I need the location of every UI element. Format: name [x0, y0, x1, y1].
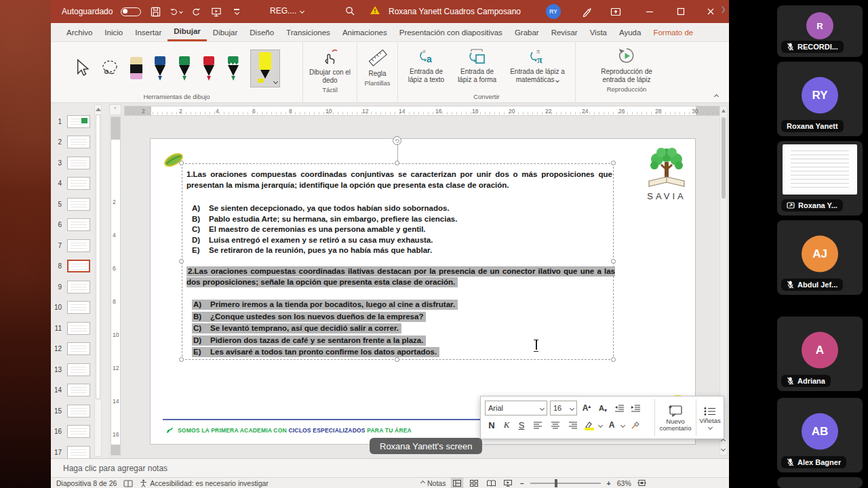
view-slide-sorter-icon[interactable]	[469, 479, 479, 487]
tab-dibujar[interactable]: Dibujar	[207, 23, 243, 41]
slide-thumbnail-row[interactable]: 9	[51, 278, 93, 296]
user-avatar[interactable]: RY	[546, 4, 561, 19]
slide-thumbnail[interactable]	[67, 322, 90, 335]
user-name[interactable]: Roxana Yanett Cuadros Camposano	[389, 7, 521, 16]
slide-thumbnail-row[interactable]: 15	[51, 402, 93, 420]
tab-grabar[interactable]: Grabar	[509, 23, 545, 41]
format-painter-icon[interactable]	[629, 418, 642, 432]
align-center-icon[interactable]	[549, 418, 562, 432]
slide-thumbnail-row[interactable]: 8	[51, 258, 93, 275]
zoom-out-icon[interactable]: −	[519, 479, 524, 487]
ink-replay-button[interactable]: Reproducción de entrada de lápiz	[591, 47, 662, 84]
selection-handle[interactable]	[611, 161, 616, 165]
fit-to-window-icon[interactable]	[637, 479, 646, 487]
maximize-icon[interactable]	[675, 5, 687, 18]
scrollbar-thumb[interactable]	[722, 117, 726, 199]
slide-thumbnail[interactable]	[67, 425, 90, 438]
slide-thumbnail[interactable]	[67, 384, 90, 396]
next-slide-icon[interactable]	[721, 447, 726, 451]
notes-pane[interactable]: Haga clic para agregar notas	[51, 458, 729, 477]
slide-thumbnail[interactable]	[67, 136, 90, 148]
slideshow-icon[interactable]	[210, 5, 222, 18]
ink-to-shape-button[interactable]: Entrada de lápiz a forma	[455, 47, 500, 84]
answer-option[interactable]: D)Luisa entregó el examen y se retiró a …	[192, 236, 433, 244]
zoom-slider-thumb[interactable]	[555, 479, 557, 487]
redo-icon[interactable]	[190, 5, 202, 18]
notes-placeholder[interactable]: Haga clic para agregar notas	[51, 459, 729, 473]
shrink-font-icon[interactable]: A▾	[596, 401, 610, 415]
slide-thumbnail-row[interactable]: 3	[51, 154, 93, 171]
slide-thumbnail-row[interactable]: 17	[51, 443, 93, 458]
slide-thumbnail[interactable]	[67, 239, 90, 252]
underline-button[interactable]: S	[516, 420, 527, 430]
slide-thumbnail-row[interactable]: 1	[51, 113, 93, 130]
answer-option[interactable]: A)Primero iremos a la tienda por bocadit…	[192, 300, 458, 308]
close-icon[interactable]	[705, 5, 717, 18]
selection-handle[interactable]	[179, 357, 184, 362]
answer-option[interactable]: D)Pidieron dos tazas de café y se sentar…	[192, 336, 426, 344]
italic-button[interactable]: K	[501, 420, 512, 430]
slide-thumbnail[interactable]	[67, 446, 90, 459]
rotate-handle[interactable]	[393, 136, 401, 145]
display-settings-icon[interactable]	[123, 480, 133, 487]
participant-tile[interactable]: Roxana Y...	[777, 141, 863, 216]
ink-to-math-button[interactable]: ππ Entrada de lápiz a matemáticas	[507, 47, 569, 84]
ink-pen-icon[interactable]	[580, 5, 593, 18]
slide-thumbnail-row[interactable]: 11	[51, 319, 93, 337]
pen-red-icon[interactable]	[201, 56, 216, 81]
eraser-icon[interactable]	[130, 57, 143, 79]
participant-tile[interactable]: AAdriana	[777, 317, 863, 391]
autosave-toggle[interactable]	[121, 7, 141, 16]
answer-option[interactable]: B)¿Conque ustedes son los nuevos dueños …	[192, 312, 426, 321]
ruler-corner-icon[interactable]: ⌜	[109, 104, 121, 115]
document-title[interactable]: REG....	[270, 6, 304, 16]
font-color-chevron-icon[interactable]	[620, 422, 625, 427]
tab-ayuda[interactable]: Ayuda	[613, 23, 647, 41]
slide-thumbnail[interactable]	[67, 198, 90, 211]
view-normal-icon[interactable]	[452, 479, 462, 487]
participant-tile[interactable]: ABAlex Bagner	[777, 398, 863, 472]
highlighter-icon[interactable]	[250, 49, 280, 87]
answer-option[interactable]: B)Pablo estudia Arte; su hermana, sin em…	[192, 215, 457, 223]
slide-thumbnail-row[interactable]: 13	[51, 361, 93, 378]
font-size-select[interactable]: 16	[550, 401, 577, 415]
zoom-percentage[interactable]: 63%	[617, 479, 631, 487]
lasso-select-icon[interactable]	[100, 58, 120, 79]
text-highlight-icon[interactable]	[584, 421, 595, 429]
pencil-green-icon[interactable]	[226, 56, 241, 81]
slide-thumbnail[interactable]	[67, 260, 90, 272]
tab-animaciones[interactable]: Animaciones	[336, 23, 393, 41]
participant-tile[interactable]: RRECORDI...	[777, 5, 863, 57]
align-right-icon[interactable]	[566, 418, 580, 432]
scroll-up-icon[interactable]	[96, 108, 101, 111]
slide-thumbnail-row[interactable]: 2	[51, 134, 93, 151]
selection-handle[interactable]	[611, 357, 616, 362]
slide-thumbnail-row[interactable]: 10	[51, 299, 93, 317]
undo-icon[interactable]	[170, 5, 182, 18]
slide-thumbnail[interactable]	[67, 177, 90, 190]
slide-thumbnail-row[interactable]: 12	[51, 340, 93, 358]
slide-thumbnail-row[interactable]: 6	[51, 216, 93, 234]
slide-thumbnail[interactable]	[67, 342, 90, 355]
bold-button[interactable]: N	[486, 420, 497, 430]
zoom-in-icon[interactable]: +	[607, 479, 611, 487]
tab-inicio[interactable]: Inicio	[98, 23, 129, 41]
increase-indent-icon[interactable]	[629, 401, 642, 415]
bullets-button[interactable]: Viñetas	[696, 396, 724, 439]
slide-thumbnail-row[interactable]: 14	[51, 382, 93, 399]
new-comment-button[interactable]: Nuevo comentario	[655, 396, 696, 439]
scrollbar-thumb[interactable]	[96, 115, 100, 399]
tab-insertar[interactable]: Insertar	[129, 23, 167, 41]
accessibility-status[interactable]: Accesibilidad: es necesario investigar	[140, 479, 269, 487]
tab-formato-de[interactable]: Formato de	[647, 23, 699, 41]
answer-option[interactable]: A)Se sienten decepcionado, ya que todos …	[192, 204, 450, 212]
save-icon[interactable]	[149, 5, 161, 18]
participant-tile[interactable]: AJAbdul Jef...	[777, 220, 863, 295]
ribbon-options-icon[interactable]	[610, 5, 622, 18]
more-tabs-chevron-icon[interactable]: ❯	[721, 5, 726, 13]
tab-revisar[interactable]: Revisar	[545, 23, 584, 41]
participant-tile[interactable]: RYRoxana Yanett	[777, 62, 863, 136]
ruler-button[interactable]: Regla	[367, 47, 389, 78]
selection-handle[interactable]	[395, 357, 399, 362]
answer-option[interactable]: C)El maestro de ceremonias es una person…	[192, 225, 426, 233]
